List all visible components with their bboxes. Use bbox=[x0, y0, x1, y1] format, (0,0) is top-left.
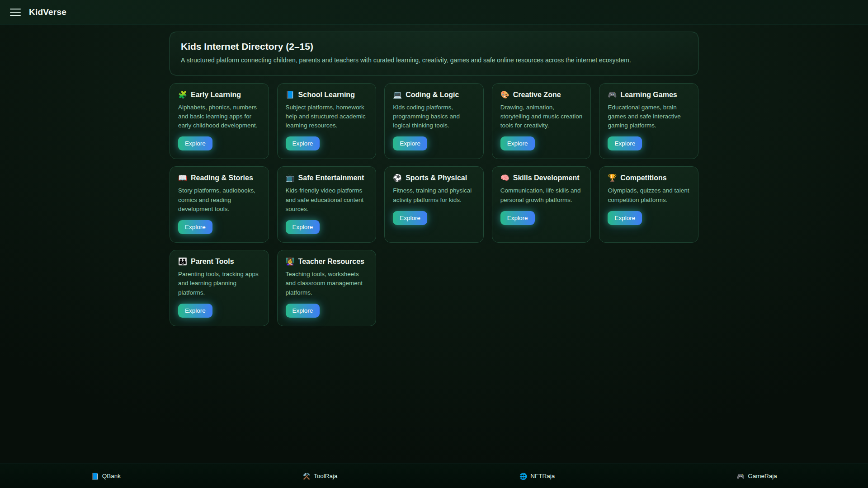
card-description: Story platforms, audiobooks, comics and … bbox=[178, 186, 260, 214]
card-title: 🧠 Skills Development bbox=[500, 174, 583, 182]
card-description: Teaching tools, worksheets and classroom… bbox=[286, 270, 368, 297]
category-card-learning-games: 🎮 Learning Games Educational games, brai… bbox=[599, 83, 698, 160]
page-title: Kids Internet Directory (2–15) bbox=[181, 41, 687, 52]
card-title: 🏆 Competitions bbox=[608, 174, 690, 182]
card-title-text: Skills Development bbox=[513, 174, 580, 182]
category-card-teacher-resources: 👩‍🏫 Teacher Resources Teaching tools, wo… bbox=[277, 250, 377, 326]
card-title-text: Sports & Physical bbox=[406, 174, 467, 182]
card-title-text: School Learning bbox=[298, 91, 355, 99]
main-content: Kids Internet Directory (2–15) A structu… bbox=[0, 24, 868, 464]
explore-button-competitions[interactable]: Explore bbox=[608, 211, 642, 225]
footer-link-label: NFTRaja bbox=[530, 473, 555, 479]
hamburger-menu-icon[interactable] bbox=[10, 9, 21, 16]
category-emoji-icon: 📘 bbox=[286, 91, 295, 99]
card-title-text: Teacher Resources bbox=[298, 258, 364, 266]
card-title: 📘 School Learning bbox=[286, 91, 368, 99]
card-title: ⚽ Sports & Physical bbox=[393, 174, 475, 182]
footer-link-label: GameRaja bbox=[748, 473, 777, 479]
category-emoji-icon: ⚽ bbox=[393, 174, 402, 182]
footer-link-icon: 🌐 bbox=[519, 473, 527, 479]
category-emoji-icon: 👪 bbox=[178, 258, 187, 265]
category-card-parent-tools: 👪 Parent Tools Parenting tools, tracking… bbox=[170, 250, 269, 326]
card-description: Subject platforms, homework help and str… bbox=[286, 103, 368, 131]
card-title-text: Competitions bbox=[620, 174, 666, 182]
card-title-text: Safe Entertainment bbox=[298, 174, 364, 182]
category-card-early-learning: 🧩 Early Learning Alphabets, phonics, num… bbox=[170, 83, 269, 160]
category-card-sports-physical: ⚽ Sports & Physical Fitness, training an… bbox=[384, 166, 484, 243]
card-description: Educational games, brain games and safe … bbox=[608, 103, 690, 131]
explore-button-learning-games[interactable]: Explore bbox=[608, 136, 642, 150]
app-header: KidVerse bbox=[0, 0, 868, 24]
card-title-text: Learning Games bbox=[620, 91, 677, 99]
card-description: Drawing, animation, storytelling and mus… bbox=[500, 103, 583, 131]
explore-button-safe-entertainment[interactable]: Explore bbox=[286, 220, 320, 234]
category-emoji-icon: 👩‍🏫 bbox=[286, 258, 295, 265]
category-emoji-icon: 🏆 bbox=[608, 174, 617, 182]
card-title: 🎮 Learning Games bbox=[608, 91, 690, 99]
card-title-text: Coding & Logic bbox=[406, 91, 459, 99]
footer-link-icon: 🎮 bbox=[737, 473, 745, 479]
category-card-safe-entertainment: 📺 Safe Entertainment Kids-friendly video… bbox=[277, 166, 377, 243]
card-title-text: Reading & Stories bbox=[191, 174, 253, 182]
category-grid: 🧩 Early Learning Alphabets, phonics, num… bbox=[170, 83, 698, 326]
category-emoji-icon: 💻 bbox=[393, 91, 402, 99]
footer-link-label: ToolRaja bbox=[314, 473, 338, 479]
category-card-creative-zone: 🎨 Creative Zone Drawing, animation, stor… bbox=[492, 83, 591, 160]
explore-button-skills-development[interactable]: Explore bbox=[500, 211, 535, 225]
card-description: Communication, life skills and personal … bbox=[500, 186, 583, 205]
card-description: Fitness, training and physical activity … bbox=[393, 186, 475, 205]
footer-link-gameraja[interactable]: 🎮 GameRaja bbox=[737, 473, 777, 479]
explore-button-parent-tools[interactable]: Explore bbox=[178, 304, 212, 318]
explore-button-teacher-resources[interactable]: Explore bbox=[286, 304, 320, 318]
footer-link-label: QBank bbox=[102, 473, 121, 479]
footer-link-nftraja[interactable]: 🌐 NFTRaja bbox=[519, 473, 555, 479]
card-title: 🧩 Early Learning bbox=[178, 91, 260, 99]
explore-button-creative-zone[interactable]: Explore bbox=[500, 136, 535, 150]
explore-button-early-learning[interactable]: Explore bbox=[178, 136, 212, 150]
card-description: Olympiads, quizzes and talent competitio… bbox=[608, 186, 690, 205]
explore-button-sports-physical[interactable]: Explore bbox=[393, 211, 427, 225]
category-emoji-icon: 🎮 bbox=[608, 91, 617, 99]
footer-link-qbank[interactable]: 📘 QBank bbox=[91, 473, 121, 479]
category-emoji-icon: 🧩 bbox=[178, 91, 187, 99]
card-description: Kids-friendly video platforms and safe e… bbox=[286, 186, 368, 214]
card-title: 📖 Reading & Stories bbox=[178, 174, 260, 182]
card-title: 👩‍🏫 Teacher Resources bbox=[286, 258, 368, 266]
category-card-school-learning: 📘 School Learning Subject platforms, hom… bbox=[277, 83, 377, 160]
card-title: 💻 Coding & Logic bbox=[393, 91, 475, 99]
page-subtitle: A structured platform connecting childre… bbox=[181, 56, 687, 65]
card-description: Parenting tools, tracking apps and learn… bbox=[178, 270, 260, 297]
category-card-skills-development: 🧠 Skills Development Communication, life… bbox=[492, 166, 591, 243]
card-title: 👪 Parent Tools bbox=[178, 258, 260, 266]
card-description: Kids coding platforms, programming basic… bbox=[393, 103, 475, 131]
footer-link-icon: 📘 bbox=[91, 473, 99, 479]
card-title-text: Creative Zone bbox=[513, 91, 561, 99]
hero-banner: Kids Internet Directory (2–15) A structu… bbox=[170, 32, 698, 75]
category-card-competitions: 🏆 Competitions Olympiads, quizzes and ta… bbox=[599, 166, 698, 243]
card-title: 🎨 Creative Zone bbox=[500, 91, 583, 99]
category-emoji-icon: 📖 bbox=[178, 174, 187, 182]
card-description: Alphabets, phonics, numbers and basic le… bbox=[178, 103, 260, 131]
card-title-text: Early Learning bbox=[191, 91, 241, 99]
card-title-text: Parent Tools bbox=[191, 258, 234, 266]
app-title: KidVerse bbox=[29, 7, 66, 17]
explore-button-school-learning[interactable]: Explore bbox=[286, 136, 320, 150]
explore-button-reading-stories[interactable]: Explore bbox=[178, 220, 212, 234]
footer-link-icon: ⚒️ bbox=[302, 473, 310, 479]
category-emoji-icon: 🧠 bbox=[500, 174, 509, 182]
category-card-reading-stories: 📖 Reading & Stories Story platforms, aud… bbox=[170, 166, 269, 243]
footer-link-toolraja[interactable]: ⚒️ ToolRaja bbox=[302, 473, 337, 479]
category-emoji-icon: 📺 bbox=[286, 174, 295, 182]
category-emoji-icon: 🎨 bbox=[500, 91, 509, 99]
card-title: 📺 Safe Entertainment bbox=[286, 174, 368, 182]
explore-button-coding-logic[interactable]: Explore bbox=[393, 136, 427, 150]
category-card-coding-logic: 💻 Coding & Logic Kids coding platforms, … bbox=[384, 83, 484, 160]
app-footer: 📘 QBank ⚒️ ToolRaja 🌐 NFTRaja 🎮 GameRaja bbox=[0, 464, 868, 488]
